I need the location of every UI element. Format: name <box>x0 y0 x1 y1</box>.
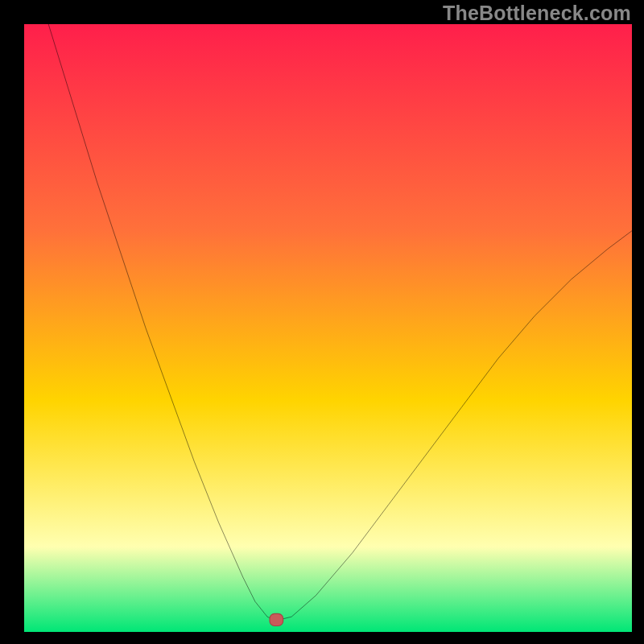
gradient-background <box>24 24 632 632</box>
chart-svg <box>24 24 632 632</box>
plot-area <box>24 24 632 632</box>
optimal-point-marker <box>270 613 283 625</box>
watermark-text: TheBottleneck.com <box>443 2 631 25</box>
chart-container: TheBottleneck.com <box>0 0 644 644</box>
